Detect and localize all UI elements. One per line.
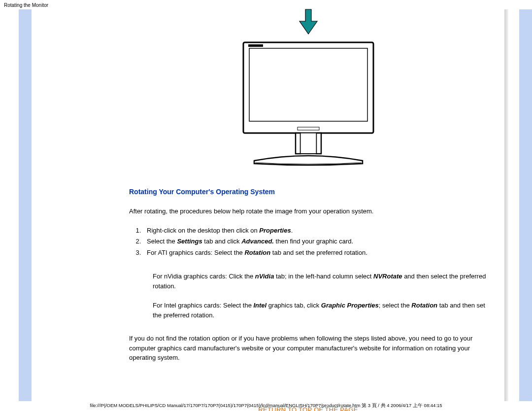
down-arrow-icon — [129, 8, 487, 37]
closing-paragraph: If you do not find the rotation option o… — [129, 334, 487, 363]
monitor-illustration — [129, 40, 487, 170]
svg-rect-7 — [300, 133, 316, 154]
main-content: Rotating Your Computer's Operating Syste… — [114, 9, 502, 401]
step-2: Select the Settings tab and click Advanc… — [143, 237, 487, 246]
intel-paragraph: For Intel graphics cards: Select the Int… — [153, 301, 487, 320]
svg-rect-6 — [316, 133, 321, 154]
steps-list: Right-click on the desktop then click on… — [143, 226, 487, 258]
footer-filepath: file:///P|/OEM MODELS/PHILIPS/CD Manual/… — [0, 403, 532, 409]
left-accent-bar — [19, 9, 32, 401]
intro-text: After rotating, the procedures below hel… — [129, 206, 487, 216]
nvidia-paragraph: For nVidia graphics cards: Click the nVi… — [153, 272, 487, 291]
step-1: Right-click on the desktop then click on… — [143, 226, 487, 236]
right-accent-bar — [519, 9, 532, 401]
svg-rect-2 — [249, 48, 367, 121]
page-body: Rotating Your Computer's Operating Syste… — [0, 9, 532, 401]
svg-marker-0 — [299, 9, 317, 34]
svg-rect-5 — [296, 133, 300, 154]
section-heading: Rotating Your Computer's Operating Syste… — [129, 188, 487, 196]
step-3: For ATI graphics cards: Select the Rotat… — [143, 248, 487, 258]
right-shadow — [504, 9, 508, 401]
svg-rect-3 — [248, 44, 263, 47]
